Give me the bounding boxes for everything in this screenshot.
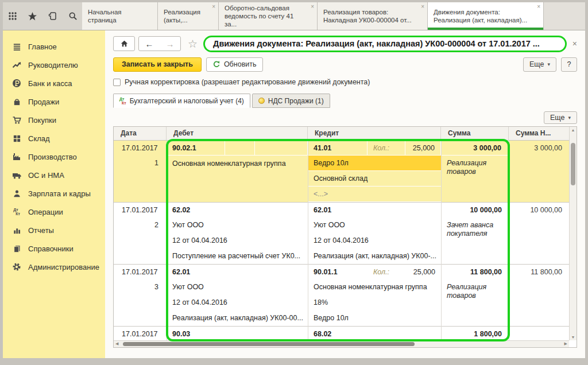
cell-debit-account[interactable]: 62.02	[167, 203, 308, 218]
sidebar-item-bank-i-kassa[interactable]: Банк и касса	[3, 74, 105, 92]
history-icon[interactable]	[45, 9, 60, 24]
cell-amount-nu[interactable]: 11 800,00	[509, 265, 569, 279]
favorite-star-icon[interactable]: ☆	[188, 37, 198, 51]
sidebar-item-prodazhi[interactable]: Продажи	[3, 92, 105, 111]
cell-comment[interactable]: Реализация товаров	[441, 279, 509, 326]
close-icon[interactable]: ×	[421, 4, 424, 10]
cell-credit-analytics[interactable]: Основной склад	[308, 171, 441, 187]
cell-debit-analytics[interactable]: Уют ООО	[167, 218, 308, 233]
cell-comment[interactable]: Зачет аванса покупателя	[441, 218, 509, 264]
cell-debit-qty-label[interactable]	[225, 141, 255, 156]
cell-credit-analytics-selected[interactable]: Ведро 10л	[308, 156, 441, 171]
sidebar-item-administrirovanie[interactable]: Администрирование	[3, 258, 105, 276]
back-button[interactable]: ←	[139, 39, 160, 49]
close-icon[interactable]: ×	[537, 4, 540, 10]
col-header-debit[interactable]: Дебет	[167, 127, 308, 140]
cell-qty[interactable]: 25,000	[405, 141, 441, 156]
horizontal-scrollbar[interactable]: ◀ ▶	[114, 340, 569, 347]
table-row[interactable]: 17.01.2017 90.02.1 41.01 Кол.: 25,000 3 …	[114, 141, 569, 203]
cell-credit-account[interactable]: 68.02	[308, 327, 441, 342]
grid-menu-icon[interactable]	[5, 9, 20, 24]
vertical-scrollbar[interactable]: ▲ ▼	[569, 127, 577, 340]
sidebar-item-spravochniki[interactable]: Справочники	[3, 239, 105, 258]
vertical-scroll-thumb[interactable]	[571, 143, 575, 185]
cell-qty-label[interactable]: Кол.:	[368, 265, 405, 279]
cell-row-number[interactable]: 1	[114, 156, 167, 171]
table-row[interactable]: 17.01.2017 62.01 90.01.1 Кол.: 25,000 11…	[114, 265, 569, 327]
save-and-close-button[interactable]: Записать и закрыть	[113, 57, 202, 72]
sidebar-item-sklad[interactable]: Склад	[3, 129, 105, 147]
col-header-amount-nu[interactable]: Сумма Н...	[509, 127, 569, 140]
scroll-right-icon[interactable]: ▶	[564, 341, 567, 346]
cell-debit-analytics[interactable]: 12 от 04.04.2016	[167, 295, 308, 310]
cell-credit-analytics[interactable]: Основная номенклатурная группа	[308, 279, 441, 295]
cell-amount[interactable]: 11 800,00	[441, 265, 509, 279]
table-row[interactable]: 17.01.2017 62.02 62.01 10 000,00 10 000,…	[114, 203, 569, 265]
cell-debit-account[interactable]: 90.02.1	[167, 141, 225, 156]
cell-debit-qty[interactable]	[255, 141, 308, 156]
cell-debit-analytics[interactable]: Уют ООО	[167, 279, 308, 295]
cell-credit-account[interactable]: 41.01	[308, 141, 368, 156]
more-button[interactable]: Еще ▾	[523, 57, 556, 72]
table-row[interactable]: 17.01.2017 90.03 68.02 1 800,00	[114, 327, 569, 342]
close-icon[interactable]: ×	[212, 4, 215, 10]
tab-accounting-register[interactable]: ДтКт Бухгалтерский и налоговый учет (4)	[113, 94, 250, 108]
sidebar-item-zarplata-i-kadry[interactable]: Зарплата и кадры	[3, 184, 105, 203]
cell-row-number[interactable]: 3	[114, 279, 167, 295]
col-header-credit[interactable]: Кредит	[308, 127, 441, 140]
scroll-down-icon[interactable]: ▼	[570, 335, 577, 339]
tab-vat-sales-register[interactable]: НДС Продажи (1)	[252, 94, 330, 108]
tab-realizatsiya-tovarov[interactable]: Реализация товаров: Накладная УК00-00000…	[318, 2, 428, 30]
cell-empty[interactable]	[509, 156, 569, 202]
cell-debit-account[interactable]: 90.03	[167, 327, 308, 342]
cell-debit-analytics[interactable]: 12 от 04.04.2016	[167, 233, 308, 248]
cell-amount-nu[interactable]: 3 000,00	[509, 141, 569, 156]
cell-date[interactable]: 17.01.2017	[114, 265, 167, 279]
cell-date[interactable]: 17.01.2017	[114, 203, 167, 218]
sidebar-item-proizvodstvo[interactable]: Производство	[3, 147, 105, 166]
grid-more-button[interactable]: Еще ▾	[544, 111, 577, 124]
cell-date[interactable]: 17.01.2017	[114, 141, 167, 156]
cell-credit-account[interactable]: 90.01.1	[308, 265, 368, 279]
close-icon[interactable]: ×	[311, 4, 314, 10]
tab-home[interactable]: Начальная страница	[82, 2, 158, 30]
cell-debit-analytics[interactable]: Основная номенклатурная группа	[167, 156, 308, 202]
cell-empty[interactable]	[509, 327, 569, 342]
home-button[interactable]	[113, 36, 135, 51]
cell-date[interactable]: 17.01.2017	[114, 327, 167, 342]
help-button[interactable]: ?	[561, 57, 577, 72]
cell-comment[interactable]: Реализация товаров	[441, 156, 509, 202]
sidebar-item-otchety[interactable]: Отчеты	[3, 221, 105, 239]
cell-amount-nu[interactable]: 10 000,00	[509, 203, 569, 218]
cell-amount[interactable]: 1 800,00	[441, 327, 509, 342]
sidebar-item-os-i-nma[interactable]: ОС и НМА	[3, 166, 105, 184]
cell-credit-analytics[interactable]: <...>	[308, 187, 441, 202]
col-header-amount[interactable]: Сумма	[441, 127, 509, 140]
cell-credit-account[interactable]: 62.01	[308, 203, 441, 218]
cell-credit-analytics[interactable]: Уют ООО	[308, 218, 441, 233]
scroll-up-icon[interactable]: ▲	[570, 128, 577, 132]
sidebar-item-glavnoe[interactable]: Главное	[3, 37, 105, 56]
cell-debit-analytics[interactable]: Реализация (акт, накладная) УК00-00...	[167, 310, 308, 326]
sidebar-item-rukovoditelyu[interactable]: Руководителю	[3, 56, 105, 74]
search-icon[interactable]	[65, 9, 80, 24]
tab-dvizheniya-dokumenta[interactable]: Движения документа: Реализация (акт, нак…	[428, 2, 544, 30]
col-header-date[interactable]: Дата	[114, 127, 167, 140]
cell-credit-analytics[interactable]: Реализация (акт, накладная) УК00-...	[308, 248, 441, 264]
tab-oborotno-saldovaya[interactable]: Оборотно-сальдовая ведомость по счету 41…	[219, 2, 318, 30]
close-form-icon[interactable]: ×	[572, 39, 577, 48]
sidebar-item-pokupki[interactable]: Покупки	[3, 111, 105, 129]
cell-credit-analytics[interactable]: 18%	[308, 295, 441, 310]
cell-qty-label[interactable]: Кол.:	[368, 141, 405, 156]
horizontal-scroll-thumb[interactable]	[123, 342, 415, 346]
forward-button[interactable]: →	[160, 39, 180, 49]
cell-amount[interactable]: 10 000,00	[441, 203, 509, 218]
cell-debit-analytics[interactable]: Поступление на расчетный счет УК0...	[167, 248, 308, 264]
cell-debit-account[interactable]: 62.01	[167, 265, 308, 279]
cell-amount[interactable]: 3 000,00	[441, 141, 509, 156]
tab-realizatsiya-akty[interactable]: Реализация (акты,... ×	[158, 2, 219, 30]
manual-adjustment-checkbox[interactable]	[113, 79, 121, 86]
cell-credit-analytics[interactable]: 12 от 04.04.2016	[308, 233, 441, 248]
scroll-left-icon[interactable]: ◀	[115, 341, 118, 346]
refresh-button[interactable]: Обновить	[206, 57, 263, 72]
